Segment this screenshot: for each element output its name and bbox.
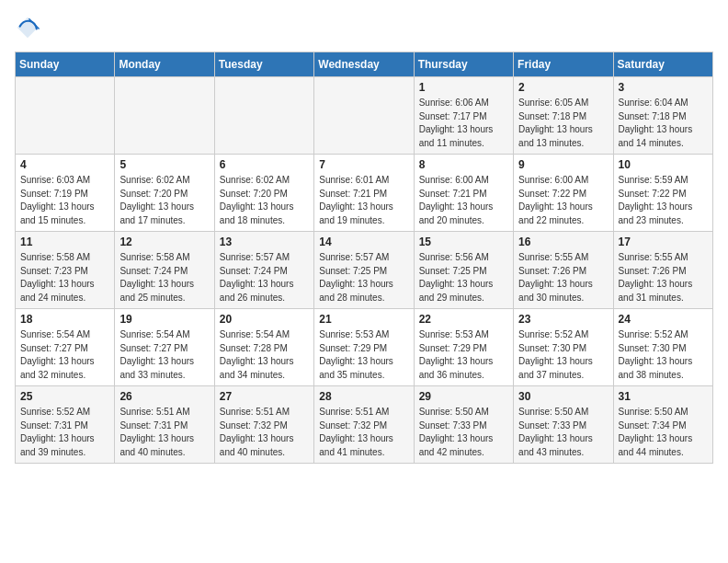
- calendar-cell: [115, 77, 214, 155]
- col-header-thursday: Thursday: [414, 52, 513, 77]
- calendar-cell: 1Sunrise: 6:06 AM Sunset: 7:17 PM Daylig…: [414, 77, 513, 155]
- calendar-cell: 28Sunrise: 5:51 AM Sunset: 7:32 PM Dayli…: [314, 386, 414, 464]
- day-number: 18: [20, 313, 109, 326]
- day-number: 26: [119, 390, 209, 403]
- day-info: Sunrise: 5:59 AM Sunset: 7:22 PM Dayligh…: [619, 174, 708, 227]
- calendar-cell: 14Sunrise: 5:57 AM Sunset: 7:25 PM Dayli…: [314, 232, 414, 309]
- day-number: 6: [220, 158, 309, 171]
- calendar-cell: 11Sunrise: 5:58 AM Sunset: 7:23 PM Dayli…: [16, 232, 115, 309]
- day-number: 30: [518, 390, 608, 403]
- calendar-cell: 26Sunrise: 5:51 AM Sunset: 7:31 PM Dayli…: [115, 386, 214, 464]
- day-number: 12: [119, 236, 209, 248]
- calendar-cell: 29Sunrise: 5:50 AM Sunset: 7:33 PM Dayli…: [414, 386, 513, 464]
- calendar-week-3: 11Sunrise: 5:58 AM Sunset: 7:23 PM Dayli…: [16, 232, 713, 309]
- calendar-cell: 4Sunrise: 6:03 AM Sunset: 7:19 PM Daylig…: [16, 155, 115, 232]
- day-info: Sunrise: 5:52 AM Sunset: 7:31 PM Dayligh…: [20, 406, 109, 459]
- day-info: Sunrise: 6:06 AM Sunset: 7:17 PM Dayligh…: [419, 97, 508, 150]
- day-number: 7: [319, 158, 408, 171]
- calendar-cell: 2Sunrise: 6:05 AM Sunset: 7:18 PM Daylig…: [514, 77, 613, 155]
- calendar-cell: 9Sunrise: 6:00 AM Sunset: 7:22 PM Daylig…: [514, 155, 613, 232]
- calendar-cell: 15Sunrise: 5:56 AM Sunset: 7:25 PM Dayli…: [414, 232, 513, 309]
- calendar-cell: 25Sunrise: 5:52 AM Sunset: 7:31 PM Dayli…: [16, 386, 115, 464]
- day-number: 25: [20, 390, 109, 403]
- day-info: Sunrise: 5:53 AM Sunset: 7:29 PM Dayligh…: [419, 328, 508, 382]
- day-number: 14: [319, 236, 408, 248]
- calendar-cell: 30Sunrise: 5:50 AM Sunset: 7:33 PM Dayli…: [514, 386, 613, 464]
- calendar-week-2: 4Sunrise: 6:03 AM Sunset: 7:19 PM Daylig…: [16, 155, 713, 232]
- day-info: Sunrise: 5:50 AM Sunset: 7:33 PM Dayligh…: [518, 406, 608, 459]
- calendar-cell: 19Sunrise: 5:54 AM Sunset: 7:27 PM Dayli…: [115, 309, 214, 386]
- day-info: Sunrise: 5:50 AM Sunset: 7:33 PM Dayligh…: [419, 406, 508, 459]
- calendar-week-1: 1Sunrise: 6:06 AM Sunset: 7:17 PM Daylig…: [16, 77, 713, 155]
- calendar-cell: 17Sunrise: 5:55 AM Sunset: 7:26 PM Dayli…: [613, 232, 712, 309]
- col-header-friday: Friday: [514, 52, 613, 77]
- day-number: 29: [419, 390, 508, 403]
- day-number: 22: [419, 313, 508, 326]
- day-info: Sunrise: 5:50 AM Sunset: 7:34 PM Dayligh…: [619, 406, 708, 459]
- calendar-cell: 7Sunrise: 6:01 AM Sunset: 7:21 PM Daylig…: [314, 155, 414, 232]
- calendar-week-5: 25Sunrise: 5:52 AM Sunset: 7:31 PM Dayli…: [16, 386, 713, 464]
- col-header-sunday: Sunday: [16, 52, 115, 77]
- day-number: 21: [319, 313, 408, 326]
- col-header-monday: Monday: [115, 52, 214, 77]
- day-number: 5: [119, 158, 209, 171]
- calendar-cell: 6Sunrise: 6:02 AM Sunset: 7:20 PM Daylig…: [214, 155, 313, 232]
- day-info: Sunrise: 5:55 AM Sunset: 7:26 PM Dayligh…: [619, 251, 708, 304]
- day-number: 10: [619, 158, 708, 171]
- day-number: 8: [419, 158, 508, 171]
- day-number: 24: [619, 313, 708, 326]
- day-number: 11: [20, 236, 109, 248]
- day-info: Sunrise: 6:00 AM Sunset: 7:21 PM Dayligh…: [419, 174, 508, 227]
- col-header-saturday: Saturday: [613, 52, 712, 77]
- day-info: Sunrise: 5:54 AM Sunset: 7:27 PM Dayligh…: [119, 328, 209, 382]
- calendar-cell: 8Sunrise: 6:00 AM Sunset: 7:21 PM Daylig…: [414, 155, 513, 232]
- day-info: Sunrise: 5:51 AM Sunset: 7:31 PM Dayligh…: [119, 406, 209, 459]
- calendar-cell: 23Sunrise: 5:52 AM Sunset: 7:30 PM Dayli…: [514, 309, 613, 386]
- day-number: 27: [220, 390, 309, 403]
- calendar-body: 1Sunrise: 6:06 AM Sunset: 7:17 PM Daylig…: [16, 77, 713, 464]
- day-info: Sunrise: 5:52 AM Sunset: 7:30 PM Dayligh…: [518, 328, 608, 382]
- calendar-cell: 24Sunrise: 5:52 AM Sunset: 7:30 PM Dayli…: [613, 309, 712, 386]
- day-info: Sunrise: 5:52 AM Sunset: 7:30 PM Dayligh…: [619, 328, 708, 382]
- day-info: Sunrise: 6:05 AM Sunset: 7:18 PM Dayligh…: [518, 97, 608, 150]
- day-info: Sunrise: 5:56 AM Sunset: 7:25 PM Dayligh…: [419, 251, 508, 304]
- calendar-cell: 31Sunrise: 5:50 AM Sunset: 7:34 PM Dayli…: [613, 386, 712, 464]
- calendar-cell: 21Sunrise: 5:53 AM Sunset: 7:29 PM Dayli…: [314, 309, 414, 386]
- calendar-cell: 27Sunrise: 5:51 AM Sunset: 7:32 PM Dayli…: [214, 386, 313, 464]
- calendar-cell: 22Sunrise: 5:53 AM Sunset: 7:29 PM Dayli…: [414, 309, 513, 386]
- day-info: Sunrise: 5:57 AM Sunset: 7:25 PM Dayligh…: [319, 251, 408, 304]
- day-info: Sunrise: 6:04 AM Sunset: 7:18 PM Dayligh…: [619, 97, 708, 150]
- calendar-cell: 10Sunrise: 5:59 AM Sunset: 7:22 PM Dayli…: [613, 155, 712, 232]
- day-info: Sunrise: 6:00 AM Sunset: 7:22 PM Dayligh…: [518, 174, 608, 227]
- day-info: Sunrise: 5:54 AM Sunset: 7:28 PM Dayligh…: [220, 328, 309, 382]
- calendar-cell: 18Sunrise: 5:54 AM Sunset: 7:27 PM Dayli…: [16, 309, 115, 386]
- calendar-cell: [214, 77, 313, 155]
- day-info: Sunrise: 5:55 AM Sunset: 7:26 PM Dayligh…: [518, 251, 608, 304]
- day-info: Sunrise: 5:53 AM Sunset: 7:29 PM Dayligh…: [319, 328, 408, 382]
- calendar-cell: 5Sunrise: 6:02 AM Sunset: 7:20 PM Daylig…: [115, 155, 214, 232]
- calendar-cell: 3Sunrise: 6:04 AM Sunset: 7:18 PM Daylig…: [613, 77, 712, 155]
- day-info: Sunrise: 6:03 AM Sunset: 7:19 PM Dayligh…: [20, 174, 109, 227]
- day-number: 28: [319, 390, 408, 403]
- day-info: Sunrise: 6:02 AM Sunset: 7:20 PM Dayligh…: [220, 174, 309, 227]
- day-number: 4: [20, 158, 109, 171]
- day-number: 31: [619, 390, 708, 403]
- calendar-week-4: 18Sunrise: 5:54 AM Sunset: 7:27 PM Dayli…: [16, 309, 713, 386]
- logo-icon: [15, 15, 40, 40]
- page-header: [15, 15, 713, 40]
- calendar-cell: 16Sunrise: 5:55 AM Sunset: 7:26 PM Dayli…: [514, 232, 613, 309]
- day-info: Sunrise: 6:01 AM Sunset: 7:21 PM Dayligh…: [319, 174, 408, 227]
- calendar-cell: 13Sunrise: 5:57 AM Sunset: 7:24 PM Dayli…: [214, 232, 313, 309]
- calendar-cell: 12Sunrise: 5:58 AM Sunset: 7:24 PM Dayli…: [115, 232, 214, 309]
- logo: [15, 15, 44, 40]
- day-number: 15: [419, 236, 508, 248]
- day-info: Sunrise: 5:54 AM Sunset: 7:27 PM Dayligh…: [20, 328, 109, 382]
- day-number: 13: [220, 236, 309, 248]
- col-header-wednesday: Wednesday: [314, 52, 414, 77]
- day-info: Sunrise: 5:51 AM Sunset: 7:32 PM Dayligh…: [220, 406, 309, 459]
- calendar-cell: [314, 77, 414, 155]
- day-info: Sunrise: 5:51 AM Sunset: 7:32 PM Dayligh…: [319, 406, 408, 459]
- day-number: 9: [518, 158, 608, 171]
- day-number: 1: [419, 81, 508, 94]
- day-number: 17: [619, 236, 708, 248]
